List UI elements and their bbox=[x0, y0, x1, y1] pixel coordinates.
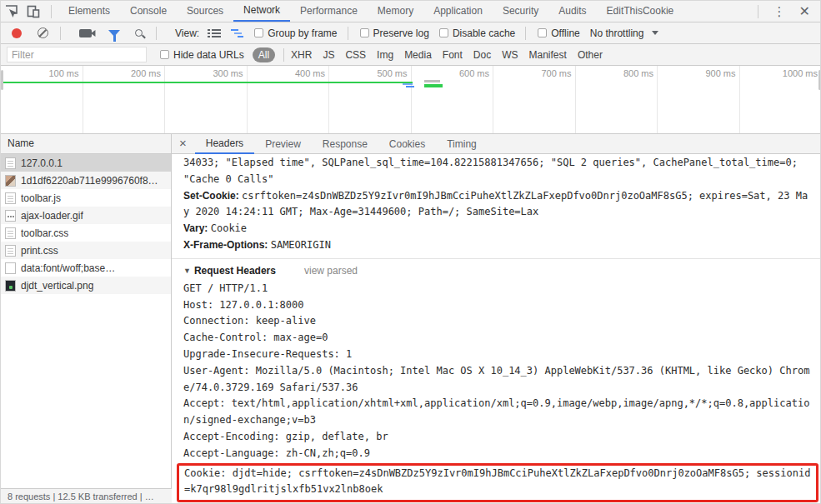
overview-request-bar bbox=[424, 80, 440, 82]
request-header-source-line: Upgrade-Insecure-Requests: 1 bbox=[183, 347, 813, 363]
tick-label: 100 ms bbox=[1, 66, 83, 133]
request-header-source-line: GET / HTTP/1.1 bbox=[183, 281, 813, 297]
tab-application[interactable]: Application bbox=[423, 1, 493, 22]
request-headers-section-header[interactable]: ▼ Request Headers view parsed bbox=[183, 259, 813, 281]
request-header-source-line: Cache-Control: max-age=0 bbox=[183, 330, 813, 347]
request-header-source-line: Accept-Language: zh-CN,zh;q=0.9 bbox=[183, 446, 813, 462]
type-filter-all[interactable]: All bbox=[253, 47, 275, 62]
group-by-frame-checkbox[interactable] bbox=[254, 28, 263, 37]
hide-data-urls-label[interactable]: Hide data URLs bbox=[173, 49, 244, 61]
type-filter-font[interactable]: Font bbox=[443, 49, 463, 61]
device-toolbar-icon[interactable] bbox=[23, 1, 44, 22]
tick-label: 400 ms bbox=[248, 66, 330, 133]
throttling-select[interactable]: No throttling bbox=[590, 27, 644, 39]
network-overview-band[interactable]: 100 ms 200 ms 300 ms 400 ms 500 ms 600 m… bbox=[1, 66, 821, 134]
filter-icon[interactable] bbox=[108, 30, 120, 37]
type-filter-xhr[interactable]: XHR bbox=[291, 49, 312, 61]
tab-headers[interactable]: Headers bbox=[195, 134, 254, 154]
requests-panel: Name 127.0.0.1 1d1df6220ab711e9996760f8…… bbox=[1, 134, 172, 504]
clear-icon[interactable] bbox=[38, 27, 48, 38]
detail-tabbar: × Headers Preview Response Cookies Timin… bbox=[172, 134, 821, 154]
document-icon bbox=[5, 245, 16, 257]
offline-checkbox[interactable] bbox=[538, 28, 547, 37]
type-filter-media[interactable]: Media bbox=[404, 49, 432, 61]
group-by-frame-label[interactable]: Group by frame bbox=[268, 27, 337, 39]
header-value: Cookie bbox=[211, 222, 247, 234]
name-column-header[interactable]: Name bbox=[1, 134, 171, 154]
preserve-log-label[interactable]: Preserve log bbox=[373, 27, 429, 39]
tab-security[interactable]: Security bbox=[493, 1, 548, 22]
tick-label: 800 ms bbox=[576, 66, 658, 133]
header-value: SAMEORIGIN bbox=[271, 239, 331, 251]
tab-editthiscookie[interactable]: EditThisCookie bbox=[597, 1, 684, 22]
inspect-element-icon[interactable] bbox=[1, 1, 23, 22]
type-filter-other[interactable]: Other bbox=[578, 49, 603, 61]
disclosure-triangle-icon[interactable]: ▼ bbox=[183, 267, 191, 275]
tab-sources[interactable]: Sources bbox=[177, 1, 233, 22]
response-header-line: 34033; "Elapsed time", SQLPanel_sql_time… bbox=[183, 155, 813, 188]
request-row[interactable]: toolbar.js bbox=[1, 189, 171, 207]
request-row[interactable]: data:font/woff;base… bbox=[1, 259, 171, 277]
request-row[interactable]: toolbar.css bbox=[1, 224, 171, 242]
request-name: toolbar.css bbox=[21, 227, 68, 239]
preserve-log-checkbox[interactable] bbox=[360, 28, 369, 37]
header-value: csrftoken=z4sDnWBZDz5Y9zIvr0mI9hJBmCciPu… bbox=[183, 190, 808, 218]
type-filter-ws[interactable]: WS bbox=[502, 49, 518, 61]
document-icon bbox=[5, 157, 16, 169]
filter-input[interactable] bbox=[7, 47, 147, 62]
tab-network[interactable]: Network bbox=[233, 1, 290, 22]
disable-cache-label[interactable]: Disable cache bbox=[453, 27, 515, 39]
request-name: 127.0.0.1 bbox=[21, 157, 63, 169]
devtools-tabbar: Elements Console Sources Network Perform… bbox=[1, 1, 821, 22]
request-row[interactable]: djdt_vertical.png bbox=[1, 277, 171, 294]
tab-response[interactable]: Response bbox=[312, 134, 378, 154]
image-icon bbox=[5, 280, 16, 292]
waterfall-view-icon[interactable] bbox=[231, 28, 244, 38]
list-view-icon[interactable] bbox=[208, 28, 221, 38]
request-header-source-line: User-Agent: Mozilla/5.0 (Macintosh; Inte… bbox=[183, 363, 813, 397]
request-row[interactable]: ajax-loader.gif bbox=[1, 207, 171, 224]
disable-cache-checkbox[interactable] bbox=[439, 28, 448, 37]
view-label: View: bbox=[175, 27, 199, 39]
tick-label: 200 ms bbox=[83, 66, 166, 133]
request-row[interactable]: 1d1df6220ab711e9996760f8… bbox=[1, 172, 171, 189]
tab-preview[interactable]: Preview bbox=[254, 134, 312, 154]
tab-performance[interactable]: Performance bbox=[290, 1, 368, 22]
tab-memory[interactable]: Memory bbox=[368, 1, 423, 22]
request-row[interactable]: print.css bbox=[1, 242, 171, 259]
close-devtools-icon[interactable]: ✕ bbox=[794, 3, 821, 19]
divider bbox=[51, 5, 52, 18]
section-title: Request Headers bbox=[194, 265, 276, 277]
tab-cookies[interactable]: Cookies bbox=[378, 134, 436, 154]
type-filter-css[interactable]: CSS bbox=[345, 49, 366, 61]
record-icon[interactable] bbox=[12, 28, 22, 38]
cookie-header-line: Cookie: djdt=hide; csrftoken=z4sDnWBZDz5… bbox=[184, 466, 814, 499]
request-header-source-line: Accept-Encoding: gzip, deflate, br bbox=[183, 429, 813, 446]
divider bbox=[525, 27, 526, 40]
type-filter-doc[interactable]: Doc bbox=[473, 49, 491, 61]
view-parsed-link[interactable]: view parsed bbox=[304, 265, 358, 277]
overview-left-handle[interactable] bbox=[1, 70, 3, 90]
chevron-down-icon[interactable] bbox=[652, 31, 658, 35]
request-name: djdt_vertical.png bbox=[21, 280, 93, 292]
type-filter-js[interactable]: JS bbox=[323, 49, 334, 61]
response-header-line: X-Frame-OptionsSAMEORIGIN bbox=[183, 237, 813, 254]
type-filter-img[interactable]: Img bbox=[377, 49, 393, 61]
request-row[interactable]: 127.0.0.1 bbox=[1, 154, 171, 172]
request-name: toolbar.js bbox=[21, 192, 61, 204]
header-name: Set-Cookie bbox=[183, 190, 242, 202]
tab-audits[interactable]: Audits bbox=[548, 1, 596, 22]
kebab-menu-icon[interactable]: ⋮ bbox=[765, 4, 794, 19]
tab-elements[interactable]: Elements bbox=[58, 1, 120, 22]
close-detail-icon[interactable]: × bbox=[172, 136, 195, 152]
screenshot-capture-icon[interactable] bbox=[79, 29, 92, 37]
hide-data-urls-checkbox[interactable] bbox=[160, 50, 169, 59]
overview-request-bar bbox=[403, 83, 413, 85]
tab-timing[interactable]: Timing bbox=[436, 134, 488, 154]
search-icon[interactable] bbox=[135, 29, 143, 37]
type-filter-manifest[interactable]: Manifest bbox=[529, 49, 567, 61]
offline-label[interactable]: Offline bbox=[551, 27, 579, 39]
overview-timeline-bar bbox=[1, 82, 413, 83]
tab-console[interactable]: Console bbox=[120, 1, 177, 22]
image-icon bbox=[5, 210, 16, 222]
